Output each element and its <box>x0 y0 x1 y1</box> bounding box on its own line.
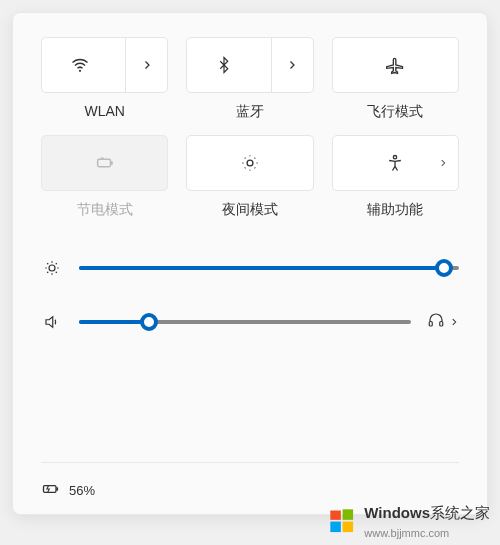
watermark-brand: Windows <box>364 504 430 521</box>
svg-rect-2 <box>111 161 113 165</box>
svg-point-4 <box>394 156 397 159</box>
accessibility-icon <box>385 153 405 173</box>
brightness-slider[interactable] <box>79 259 459 277</box>
svg-rect-11 <box>343 509 354 519</box>
audio-output-button[interactable] <box>427 311 459 333</box>
windows-logo-icon <box>328 507 356 539</box>
watermark-site: 系统之家 <box>430 504 490 521</box>
tile-battery-saver: 节电模式 <box>41 135 168 219</box>
battery-saver-button[interactable] <box>41 135 168 191</box>
sliders-section <box>41 259 459 333</box>
svg-rect-7 <box>440 322 443 327</box>
svg-rect-13 <box>343 521 354 532</box>
watermark-domain: www.bjjmmc.com <box>364 527 449 539</box>
svg-rect-9 <box>56 487 58 490</box>
wlan-button[interactable] <box>41 37 168 93</box>
wlan-label: WLAN <box>84 103 124 119</box>
airplane-button[interactable] <box>332 37 459 93</box>
volume-icon <box>41 313 63 331</box>
accessibility-button[interactable] <box>332 135 459 191</box>
bluetooth-expand-button[interactable] <box>271 38 313 92</box>
svg-point-5 <box>49 265 55 271</box>
bluetooth-icon <box>215 56 233 74</box>
svg-point-3 <box>247 160 253 166</box>
tile-night-light: 夜间模式 <box>186 135 313 219</box>
night-light-label: 夜间模式 <box>222 201 278 219</box>
status-bar: 56% <box>41 462 459 502</box>
volume-row <box>41 311 459 333</box>
wlan-expand-button[interactable] <box>125 38 167 92</box>
wifi-icon <box>70 55 90 75</box>
chevron-right-icon <box>438 154 448 172</box>
tile-bluetooth: 蓝牙 <box>186 37 313 121</box>
tile-wlan: WLAN <box>41 37 168 121</box>
svg-rect-6 <box>429 322 432 327</box>
bluetooth-button[interactable] <box>186 37 313 93</box>
airplane-label: 飞行模式 <box>367 103 423 121</box>
watermark: Windows系统之家 www.bjjmmc.com <box>328 504 490 541</box>
battery-saver-label: 节电模式 <box>77 201 133 219</box>
battery-percent-text: 56% <box>69 483 95 498</box>
airplane-icon <box>385 55 405 75</box>
svg-point-0 <box>79 70 81 72</box>
battery-saver-icon <box>94 152 116 174</box>
svg-rect-1 <box>97 159 110 166</box>
chevron-right-icon <box>449 313 459 331</box>
svg-rect-10 <box>331 510 342 519</box>
accessibility-label: 辅助功能 <box>367 201 423 219</box>
brightness-row <box>41 259 459 277</box>
bluetooth-label: 蓝牙 <box>236 103 264 121</box>
quick-tiles-grid: WLAN 蓝牙 <box>41 37 459 219</box>
svg-rect-12 <box>331 521 342 532</box>
brightness-icon <box>41 259 63 277</box>
tile-accessibility: 辅助功能 <box>332 135 459 219</box>
volume-slider[interactable] <box>79 313 411 331</box>
headphones-icon <box>427 311 445 333</box>
battery-charging-icon <box>41 479 61 502</box>
tile-airplane: 飞行模式 <box>332 37 459 121</box>
night-light-icon <box>240 153 260 173</box>
quick-settings-panel: WLAN 蓝牙 <box>12 12 488 515</box>
night-light-button[interactable] <box>186 135 313 191</box>
